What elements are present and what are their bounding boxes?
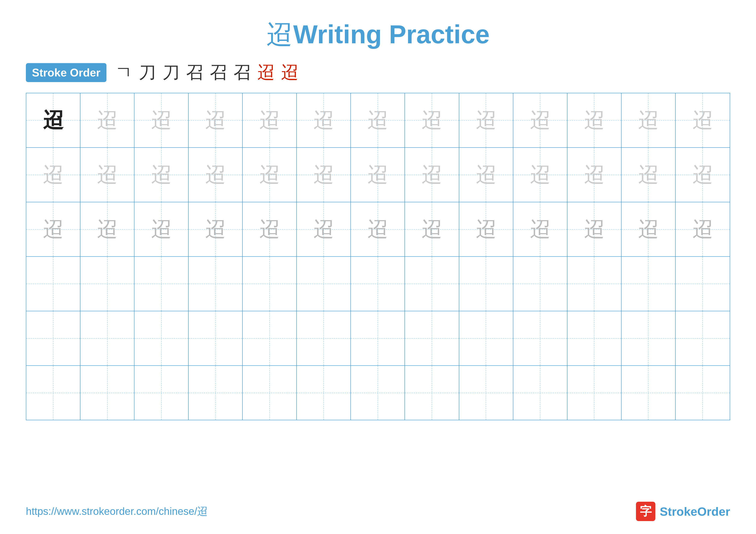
grid-cell-4-3[interactable] xyxy=(134,257,189,311)
footer-logo: 字 StrokeOrder xyxy=(636,502,730,521)
grid-cell-6-3[interactable] xyxy=(134,366,189,420)
grid-cell-3-13[interactable]: 迢 xyxy=(676,202,730,256)
grid-cell-5-9[interactable] xyxy=(459,311,513,365)
grid-cell-2-13[interactable]: 迢 xyxy=(676,148,730,202)
footer: https://www.strokeorder.com/chinese/迢 字 … xyxy=(0,502,756,521)
grid-row-6 xyxy=(26,366,730,420)
grid-cell-2-10[interactable]: 迢 xyxy=(513,148,567,202)
title-char: 迢 xyxy=(266,20,292,49)
grid-cell-3-9[interactable]: 迢 xyxy=(459,202,513,256)
grid-cell-4-4[interactable] xyxy=(189,257,243,311)
grid-cell-3-6[interactable]: 迢 xyxy=(297,202,351,256)
grid-row-4 xyxy=(26,257,730,311)
grid-cell-2-11[interactable]: 迢 xyxy=(567,148,622,202)
grid-cell-6-6[interactable] xyxy=(297,366,351,420)
page-title: 迢 Writing Practice xyxy=(0,0,756,52)
grid-cell-6-8[interactable] xyxy=(405,366,459,420)
grid-cell-3-3[interactable]: 迢 xyxy=(134,202,189,256)
grid-cell-2-9[interactable]: 迢 xyxy=(459,148,513,202)
stroke-3: 刀 xyxy=(162,61,180,84)
grid-cell-5-7[interactable] xyxy=(351,311,405,365)
grid-cell-6-5[interactable] xyxy=(243,366,297,420)
grid-cell-5-13[interactable] xyxy=(676,311,730,365)
grid-cell-4-6[interactable] xyxy=(297,257,351,311)
grid-cell-5-11[interactable] xyxy=(567,311,622,365)
grid-cell-4-1[interactable] xyxy=(26,257,80,311)
grid-cell-5-4[interactable] xyxy=(189,311,243,365)
grid-cell-6-4[interactable] xyxy=(189,366,243,420)
grid-cell-6-2[interactable] xyxy=(80,366,134,420)
grid-cell-5-6[interactable] xyxy=(297,311,351,365)
grid-cell-4-12[interactable] xyxy=(622,257,676,311)
grid-cell-3-8[interactable]: 迢 xyxy=(405,202,459,256)
grid-cell-3-10[interactable]: 迢 xyxy=(513,202,567,256)
grid-cell-4-13[interactable] xyxy=(676,257,730,311)
stroke-5: 召 xyxy=(210,61,227,84)
strokeorder-logo-icon: 字 xyxy=(636,502,655,521)
grid-cell-1-4[interactable]: 迢 xyxy=(189,93,243,147)
grid-cell-5-5[interactable] xyxy=(243,311,297,365)
grid-cell-4-7[interactable] xyxy=(351,257,405,311)
stroke-sequence: ㄱ 刀 刀 召 召 召 迢 迢 xyxy=(115,61,298,84)
strokeorder-logo-text: StrokeOrder xyxy=(660,504,730,519)
stroke-7: 迢 xyxy=(257,61,275,84)
stroke-8: 迢 xyxy=(281,61,298,84)
grid-cell-1-2[interactable]: 迢 xyxy=(80,93,134,147)
grid-row-2: 迢 迢 迢 迢 迢 迢 迢 迢 迢 迢 迢 迢 迢 xyxy=(26,148,730,202)
grid-cell-4-8[interactable] xyxy=(405,257,459,311)
grid-row-1: 迢 迢 迢 迢 迢 迢 迢 迢 迢 迢 迢 迢 迢 xyxy=(26,93,730,148)
grid-cell-2-2[interactable]: 迢 xyxy=(80,148,134,202)
grid-cell-5-8[interactable] xyxy=(405,311,459,365)
stroke-order-row: Stroke Order ㄱ 刀 刀 召 召 召 迢 迢 xyxy=(0,61,756,84)
grid-cell-6-9[interactable] xyxy=(459,366,513,420)
stroke-order-badge: Stroke Order xyxy=(26,63,106,82)
grid-cell-5-10[interactable] xyxy=(513,311,567,365)
grid-cell-3-1[interactable]: 迢 xyxy=(26,202,80,256)
grid-row-5 xyxy=(26,311,730,366)
grid-cell-2-4[interactable]: 迢 xyxy=(189,148,243,202)
grid-cell-3-12[interactable]: 迢 xyxy=(622,202,676,256)
grid-cell-1-12[interactable]: 迢 xyxy=(622,93,676,147)
stroke-2: 刀 xyxy=(139,61,156,84)
grid-cell-5-2[interactable] xyxy=(80,311,134,365)
grid-cell-3-4[interactable]: 迢 xyxy=(189,202,243,256)
grid-cell-2-12[interactable]: 迢 xyxy=(622,148,676,202)
grid-cell-6-7[interactable] xyxy=(351,366,405,420)
grid-cell-6-1[interactable] xyxy=(26,366,80,420)
grid-cell-3-2[interactable]: 迢 xyxy=(80,202,134,256)
grid-cell-3-5[interactable]: 迢 xyxy=(243,202,297,256)
stroke-4: 召 xyxy=(186,61,203,84)
grid-cell-1-9[interactable]: 迢 xyxy=(459,93,513,147)
grid-cell-4-2[interactable] xyxy=(80,257,134,311)
grid-cell-3-7[interactable]: 迢 xyxy=(351,202,405,256)
grid-cell-1-8[interactable]: 迢 xyxy=(405,93,459,147)
stroke-6: 召 xyxy=(233,61,251,84)
grid-cell-6-12[interactable] xyxy=(622,366,676,420)
grid-cell-1-3[interactable]: 迢 xyxy=(134,93,189,147)
grid-cell-2-1[interactable]: 迢 xyxy=(26,148,80,202)
grid-cell-1-11[interactable]: 迢 xyxy=(567,93,622,147)
grid-cell-2-6[interactable]: 迢 xyxy=(297,148,351,202)
grid-cell-5-12[interactable] xyxy=(622,311,676,365)
grid-cell-5-3[interactable] xyxy=(134,311,189,365)
grid-cell-2-5[interactable]: 迢 xyxy=(243,148,297,202)
grid-cell-6-11[interactable] xyxy=(567,366,622,420)
grid-cell-1-10[interactable]: 迢 xyxy=(513,93,567,147)
grid-cell-1-1[interactable]: 迢 xyxy=(26,93,80,147)
grid-cell-4-10[interactable] xyxy=(513,257,567,311)
grid-cell-1-6[interactable]: 迢 xyxy=(297,93,351,147)
grid-cell-2-8[interactable]: 迢 xyxy=(405,148,459,202)
grid-cell-2-3[interactable]: 迢 xyxy=(134,148,189,202)
grid-cell-1-7[interactable]: 迢 xyxy=(351,93,405,147)
grid-cell-4-9[interactable] xyxy=(459,257,513,311)
grid-cell-4-11[interactable] xyxy=(567,257,622,311)
grid-cell-1-13[interactable]: 迢 xyxy=(676,93,730,147)
grid-cell-3-11[interactable]: 迢 xyxy=(567,202,622,256)
grid-cell-6-13[interactable] xyxy=(676,366,730,420)
grid-cell-6-10[interactable] xyxy=(513,366,567,420)
grid-cell-2-7[interactable]: 迢 xyxy=(351,148,405,202)
grid-cell-1-5[interactable]: 迢 xyxy=(243,93,297,147)
grid-cell-5-1[interactable] xyxy=(26,311,80,365)
grid-cell-4-5[interactable] xyxy=(243,257,297,311)
footer-url[interactable]: https://www.strokeorder.com/chinese/迢 xyxy=(26,504,207,518)
